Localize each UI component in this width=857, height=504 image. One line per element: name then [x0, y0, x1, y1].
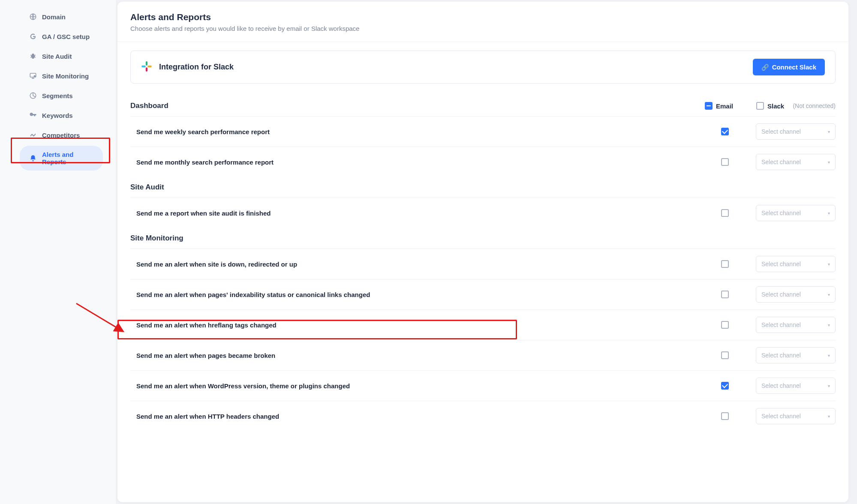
link-icon: 🔗 [761, 64, 769, 71]
sidebar-item-competitors[interactable]: Competitors [20, 126, 103, 144]
divider [117, 42, 848, 42]
slack-channel-select[interactable]: Select channel▾ [756, 317, 836, 333]
section-header: Site Monitoring [130, 228, 836, 249]
select-placeholder: Select channel [761, 352, 801, 359]
email-checkbox[interactable] [721, 412, 729, 420]
sidebar-item-segments[interactable]: Segments [20, 87, 103, 105]
slack-channel-select[interactable]: Select channel▾ [756, 286, 836, 303]
alert-row: Send me an alert when WordPress version,… [130, 370, 836, 401]
select-placeholder: Select channel [761, 210, 801, 216]
connect-slack-label: Connect Slack [772, 63, 816, 71]
email-checkbox[interactable] [721, 382, 729, 390]
slack-master-checkbox[interactable] [756, 102, 764, 110]
select-placeholder: Select channel [761, 261, 801, 267]
chevron-down-icon: ▾ [828, 160, 830, 165]
section-header: Site Audit [130, 177, 836, 198]
alert-label: Send me an alert when pages' indexabilit… [136, 291, 370, 298]
alert-row: Send me weekly search performance report… [130, 116, 836, 147]
email-checkbox[interactable] [721, 321, 729, 329]
chevron-down-icon: ▾ [828, 353, 830, 358]
select-placeholder: Select channel [761, 128, 801, 135]
chevron-down-icon: ▾ [828, 211, 830, 216]
sidebar-item-label: Competitors [42, 132, 80, 139]
select-placeholder: Select channel [761, 291, 801, 298]
alert-label: Send me an alert when pages became broke… [136, 352, 275, 359]
chevron-down-icon: ▾ [828, 323, 830, 327]
svg-point-2 [34, 75, 35, 77]
alert-row: Send me an alert when pages became broke… [130, 340, 836, 370]
slack-integration-card: Integration for Slack 🔗 Connect Slack [130, 51, 836, 84]
sidebar-item-label: Keywords [42, 112, 73, 119]
alert-label: Send me an alert when WordPress version,… [136, 382, 350, 390]
slack-channel-select[interactable]: Select channel▾ [756, 123, 836, 140]
bell-icon [29, 154, 37, 162]
alert-row: Send me an alert when hreflang tags chan… [130, 309, 836, 340]
globe-icon [29, 13, 37, 21]
section-title: Dashboard [130, 102, 168, 110]
chevron-down-icon: ▾ [828, 292, 830, 297]
google-g-icon [29, 33, 37, 40]
select-placeholder: Select channel [761, 321, 801, 328]
section-header: DashboardEmailSlack (Not connected) [130, 96, 836, 116]
sidebar-item-site-audit[interactable]: Site Audit [20, 47, 103, 65]
sidebar-item-label: Segments [42, 92, 73, 99]
slack-icon [141, 61, 152, 73]
slack-channel-select[interactable]: Select channel▾ [756, 205, 836, 221]
sidebar-item-label: Site Audit [42, 53, 72, 60]
slack-channel-select[interactable]: Select channel▾ [756, 256, 836, 272]
page-title: Alerts and Reports [130, 12, 836, 22]
alert-row: Send me an alert when site is down, redi… [130, 249, 836, 279]
sidebar-item-keywords[interactable]: Keywords [20, 106, 103, 124]
alert-label: Send me monthly search performance repor… [136, 159, 274, 166]
alert-row: Send me an alert when pages' indexabilit… [130, 279, 836, 309]
email-checkbox[interactable] [721, 260, 729, 268]
email-checkbox[interactable] [721, 209, 729, 217]
email-checkbox[interactable] [721, 351, 729, 359]
sidebar-item-alerts-and-reports[interactable]: Alerts and Reports [20, 146, 103, 171]
sidebar: DomainGA / GSC setupSite AuditSite Monit… [0, 0, 116, 504]
svg-rect-7 [147, 66, 152, 67]
email-checkbox[interactable] [721, 128, 729, 135]
slack-channel-select[interactable]: Select channel▾ [756, 378, 836, 394]
sidebar-item-domain[interactable]: Domain [20, 8, 103, 26]
svg-rect-9 [141, 66, 146, 67]
slack-channel-select[interactable]: Select channel▾ [756, 408, 836, 424]
email-column-header: Email [705, 102, 733, 110]
section-title: Site Monitoring [130, 234, 183, 243]
key-icon [29, 111, 37, 119]
alert-label: Send me an alert when HTTP headers chang… [136, 413, 279, 420]
select-placeholder: Select channel [761, 159, 801, 165]
sidebar-item-label: GA / GSC setup [42, 33, 90, 40]
sidebar-item-site-monitoring[interactable]: Site Monitoring [20, 67, 103, 85]
sidebar-item-label: Alerts and Reports [42, 151, 93, 165]
monitor-icon [29, 72, 37, 80]
sidebar-item-label: Site Monitoring [42, 72, 89, 80]
chevron-down-icon: ▾ [828, 129, 830, 134]
chevron-down-icon: ▾ [828, 384, 830, 388]
integration-title: Integration for Slack [159, 63, 234, 72]
section-title: Site Audit [130, 183, 164, 192]
alert-label: Send me a report when site audit is fini… [136, 210, 271, 217]
select-placeholder: Select channel [761, 413, 801, 420]
page-subtitle: Choose alerts and reports you would like… [130, 25, 836, 32]
email-checkbox[interactable] [721, 291, 729, 298]
chevron-down-icon: ▾ [828, 262, 830, 267]
slack-channel-select[interactable]: Select channel▾ [756, 347, 836, 363]
segment-icon [29, 92, 37, 99]
sidebar-item-ga-gsc-setup[interactable]: GA / GSC setup [20, 27, 103, 45]
alert-label: Send me an alert when site is down, redi… [136, 261, 297, 268]
chevron-down-icon: ▾ [828, 414, 830, 419]
competitors-icon [29, 131, 37, 139]
main-panel: Alerts and Reports Choose alerts and rep… [117, 2, 848, 502]
email-checkbox[interactable] [721, 158, 729, 166]
select-placeholder: Select channel [761, 382, 801, 389]
alert-label: Send me weekly search performance report [136, 128, 270, 135]
email-master-checkbox[interactable] [705, 102, 713, 110]
connect-slack-button[interactable]: 🔗 Connect Slack [753, 59, 825, 75]
alert-label: Send me an alert when hreflang tags chan… [136, 321, 277, 329]
slack-channel-select[interactable]: Select channel▾ [756, 154, 836, 170]
bug-icon [29, 52, 37, 60]
alert-row: Send me monthly search performance repor… [130, 147, 836, 177]
svg-rect-6 [146, 61, 147, 66]
alert-row: Send me an alert when HTTP headers chang… [130, 401, 836, 431]
